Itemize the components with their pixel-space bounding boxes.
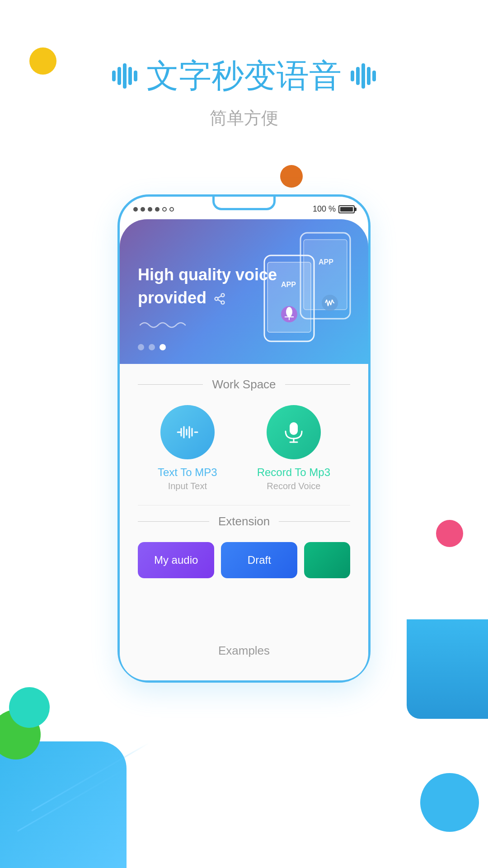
ext-line-left — [138, 521, 209, 522]
draft-button[interactable]: Draft — [221, 542, 297, 578]
title-row: 文字秒变语音 — [0, 54, 488, 98]
record-to-mp3-item[interactable]: Record To Mp3 Record Voice — [257, 405, 330, 491]
signal-dot-1 — [133, 207, 138, 212]
signal-dot-3 — [148, 207, 152, 212]
deco-pink-circle — [436, 520, 463, 547]
wave-icon-left — [112, 63, 137, 89]
text-to-mp3-label: Text To MP3 — [158, 466, 217, 479]
wave-icon-right — [351, 63, 376, 89]
my-audio-button[interactable]: My audio — [138, 542, 214, 578]
signal-dot-6 — [169, 207, 174, 212]
text-to-mp3-icon-bg[interactable] — [160, 405, 215, 459]
section-line-left — [138, 384, 203, 385]
banner-dot-3[interactable] — [160, 344, 166, 350]
deco-cyan-circle — [9, 687, 50, 728]
svg-point-19 — [215, 297, 218, 301]
banner-pagination — [138, 344, 350, 350]
subtitle: 简单方便 — [0, 107, 488, 130]
svg-line-21 — [218, 300, 221, 302]
phone-mockup: 100 % APP APP — [117, 194, 371, 683]
svg-rect-30 — [290, 422, 298, 435]
banner-content: High quality voice provided — [138, 264, 350, 350]
section-line-right — [285, 384, 350, 385]
workspace-header: Work Space — [138, 377, 350, 392]
microphone-icon — [280, 419, 307, 446]
phone-content-area: Work Space — [120, 364, 368, 680]
svg-line-22 — [218, 296, 221, 298]
banner-title: High quality voice provided — [138, 264, 350, 309]
content-divider — [138, 505, 350, 505]
banner-dot-2[interactable] — [149, 344, 155, 350]
header-section: 文字秒变语音 简单方便 — [0, 0, 488, 130]
battery-icon — [338, 205, 355, 213]
extension-buttons: My audio Draft — [138, 542, 350, 578]
signal-dot-2 — [141, 207, 145, 212]
deco-blue-circle — [420, 773, 479, 832]
waveform-icon — [174, 419, 201, 446]
record-to-mp3-icon-bg[interactable] — [267, 405, 321, 459]
battery-text: 100 % — [313, 204, 336, 214]
examples-label: Examples — [218, 644, 270, 658]
corner-decoration-right — [407, 619, 488, 719]
signal-dots — [133, 207, 174, 212]
text-to-mp3-sublabel: Input Text — [168, 481, 207, 491]
deco-orange-circle — [280, 165, 303, 188]
third-extension-button[interactable] — [304, 542, 350, 578]
signal-dot-4 — [155, 207, 160, 212]
banner-wave — [138, 318, 350, 335]
workspace-label: Work Space — [212, 377, 276, 392]
banner-section: APP APP — [120, 219, 368, 364]
record-to-mp3-label: Record To Mp3 — [257, 466, 330, 479]
svg-point-20 — [221, 301, 225, 304]
phone-frame: 100 % APP APP — [117, 194, 371, 683]
ext-line-right — [279, 521, 350, 522]
extension-label: Extension — [218, 514, 270, 528]
phone-notch — [212, 197, 276, 210]
svg-point-18 — [221, 293, 225, 297]
main-title: 文字秒变语音 — [146, 54, 342, 98]
workspace-buttons: Text To MP3 Input Text Record To Mp3 — [138, 405, 350, 491]
record-to-mp3-sublabel: Record Voice — [267, 481, 320, 491]
signal-dot-5 — [162, 207, 167, 212]
text-to-mp3-item[interactable]: Text To MP3 Input Text — [158, 405, 217, 491]
extension-header: Extension — [138, 514, 350, 528]
battery-indicator: 100 % — [313, 204, 355, 214]
battery-fill — [340, 207, 353, 212]
banner-dot-1[interactable] — [138, 344, 144, 350]
